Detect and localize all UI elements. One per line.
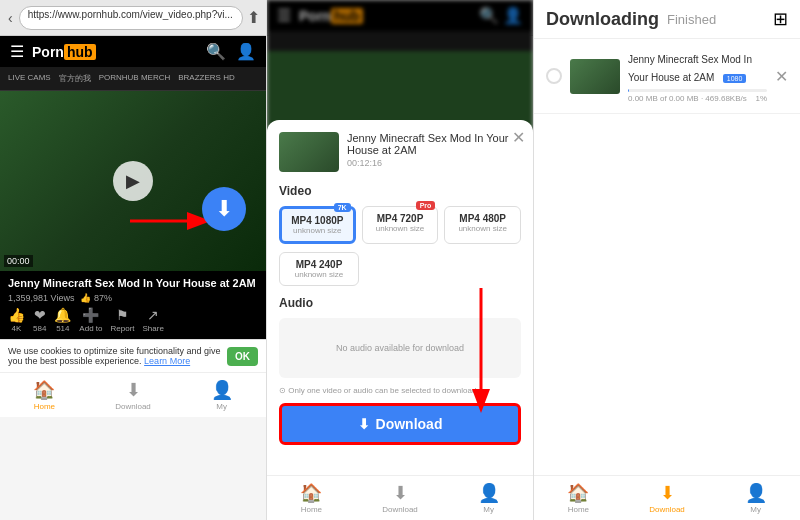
quality-1080p[interactable]: 7K MP4 1080P unknown size — [279, 206, 356, 244]
panel-right: Downloading Finished ⊞ Jenny Minecraft S… — [534, 0, 800, 520]
dl-percent: 1% — [755, 94, 767, 103]
downloading-title: Downloading — [546, 9, 659, 30]
download-button[interactable]: Download — [279, 403, 521, 445]
quality-720p[interactable]: Pro MP4 720P unknown size — [362, 206, 439, 244]
cookie-ok-button[interactable]: OK — [227, 347, 258, 366]
dl-progress-bar — [628, 89, 767, 92]
home-icon-right: 🏠 — [567, 482, 589, 504]
bottom-nav-my-mid[interactable]: 👤 My — [444, 476, 533, 520]
cookie-banner: We use cookies to optimize site function… — [0, 339, 266, 372]
hamburger-icon-left[interactable]: ☰ — [10, 42, 24, 61]
dialog-video-duration: 00:12:16 — [347, 158, 521, 168]
quality-240p-size: unknown size — [284, 270, 354, 279]
account-icon-left[interactable]: 👤 — [236, 42, 256, 61]
nav-merch[interactable]: PORNHUB MERCH — [95, 67, 175, 90]
download-icon-left: ⬇ — [126, 379, 141, 401]
download-icon-right: ⬇ — [660, 482, 675, 504]
bottom-nav-download-left[interactable]: ⬇ Download — [89, 373, 178, 417]
video-actions-left: 👍4K ❤584 🔔514 ➕Add to ⚑Report ↗Share — [8, 307, 258, 333]
quality-480p[interactable]: MP4 480P unknown size — [444, 206, 521, 244]
dl-close-button[interactable]: ✕ — [775, 67, 788, 86]
action-heart[interactable]: ❤584 — [33, 307, 46, 333]
audio-placeholder: No audio available for download — [279, 318, 521, 378]
search-icon-left[interactable]: 🔍 — [206, 42, 226, 61]
video-title-left: Jenny Minecraft Sex Mod In Your House at… — [8, 277, 258, 289]
quality-720p-size: unknown size — [367, 224, 434, 233]
dialog-video-title: Jenny Minecraft Sex Mod In Your House at… — [347, 132, 521, 156]
audio-section: No audio available for download — [279, 318, 521, 378]
right-header: Downloading Finished ⊞ — [534, 0, 800, 39]
dialog-video-info: Jenny Minecraft Sex Mod In Your House at… — [279, 132, 521, 172]
address-bar-left: ‹ https://www.pornhub.com/view_video.php… — [0, 0, 266, 36]
bottom-nav-right: 🏠 Home ⬇ Download 👤 My — [534, 475, 800, 520]
dialog-close-button[interactable]: ✕ — [512, 128, 525, 147]
ph-logo-left: Pornhub — [32, 44, 96, 60]
ph-header-icons-left: 🔍 👤 — [206, 42, 256, 61]
finished-label: Finished — [667, 12, 716, 27]
url-input-left[interactable]: https://www.pornhub.com/view_video.php?v… — [19, 6, 243, 30]
bottom-nav-my-left[interactable]: 👤 My — [177, 373, 266, 417]
quality-240p-label: MP4 240P — [284, 259, 354, 270]
quality-480p-size: unknown size — [449, 224, 516, 233]
video-info-left: Jenny Minecraft Sex Mod In Your House at… — [0, 271, 266, 339]
play-button-left[interactable]: ▶ — [113, 161, 153, 201]
bottom-nav-left: 🏠 Home ⬇ Download 👤 My — [0, 372, 266, 417]
action-report[interactable]: ⚑Report — [111, 307, 135, 333]
quality-1080p-size: unknown size — [286, 226, 349, 235]
settings-icon-right[interactable]: ⊞ — [773, 9, 788, 29]
user-icon-mid: 👤 — [478, 482, 500, 504]
dialog-box: ✕ Jenny Minecraft Sex Mod In Your House … — [267, 120, 533, 475]
panel-middle: ‹ https://www.pornhub.com/view_video.php… — [267, 0, 534, 520]
bottom-nav-download-mid[interactable]: ⬇ Download — [356, 476, 445, 520]
download-circle-button[interactable]: ⬇ — [202, 187, 246, 231]
dialog-video-thumb — [279, 132, 339, 172]
dl-quality-badge: 1080 — [723, 74, 747, 83]
dl-item-info: Jenny Minecraft Sex Mod In Your House at… — [628, 49, 767, 103]
learn-more-link[interactable]: Learn More — [144, 356, 190, 366]
cookie-text: We use cookies to optimize site function… — [8, 346, 221, 366]
video-section-label: Video — [279, 184, 521, 198]
home-icon-left: 🏠 — [33, 379, 55, 401]
video-time-left: 00:00 — [4, 255, 33, 267]
bottom-nav-my-right[interactable]: 👤 My — [711, 476, 800, 520]
bottom-nav-download-right[interactable]: ⬇ Download — [623, 476, 712, 520]
dl-thumbnail — [570, 59, 620, 94]
dl-stats: 0.00 MB of 0.00 MB · 469.68KB/s 1% — [628, 94, 767, 103]
back-button-left[interactable]: ‹ — [6, 8, 15, 28]
view-count: 1,359,981 Views — [8, 293, 74, 303]
nav-livecams[interactable]: LIVE CAMS — [4, 67, 55, 90]
disclaimer-text: ⊙ Only one video or audio can be selecte… — [279, 386, 521, 395]
right-content-empty — [534, 114, 800, 475]
download-dialog: ✕ Jenny Minecraft Sex Mod In Your House … — [267, 0, 533, 520]
download-list-item: Jenny Minecraft Sex Mod In Your House at… — [534, 39, 800, 114]
panel-left: ‹ https://www.pornhub.com/view_video.php… — [0, 0, 267, 520]
badge-7k: 7K — [334, 203, 351, 212]
share-icon-left: ⬆ — [247, 8, 260, 27]
video-stats-left: 1,359,981 Views 👍 87% — [8, 293, 258, 303]
quality-240p[interactable]: MP4 240P unknown size — [279, 252, 359, 286]
quality-grid: 7K MP4 1080P unknown size Pro MP4 720P u… — [279, 206, 521, 244]
action-like[interactable]: 👍4K — [8, 307, 25, 333]
dl-radio-button[interactable] — [546, 68, 562, 84]
download-icon-mid: ⬇ — [393, 482, 408, 504]
quality-720p-label: MP4 720P — [367, 213, 434, 224]
action-add[interactable]: ➕Add to — [79, 307, 102, 333]
bottom-nav-mid: 🏠 Home ⬇ Download 👤 My — [267, 475, 533, 520]
quality-480p-label: MP4 480P — [449, 213, 516, 224]
bottom-nav-home-right[interactable]: 🏠 Home — [534, 476, 623, 520]
bottom-nav-home-left[interactable]: 🏠 Home — [0, 373, 89, 417]
nav-brazzers[interactable]: BRAZZERS HD — [174, 67, 238, 90]
thumbs-up-pct: 👍 87% — [80, 293, 112, 303]
action-share[interactable]: ↗Share — [143, 307, 164, 333]
audio-section-label: Audio — [279, 296, 521, 310]
user-icon-left: 👤 — [211, 379, 233, 401]
ph-nav-left: LIVE CAMS 官方的我 PORNHUB MERCH BRAZZERS HD — [0, 67, 266, 91]
right-header-actions: ⊞ — [773, 8, 788, 30]
video-player-left[interactable]: ▶ 00:00 ⬇ — [0, 91, 266, 271]
download-btn-container: Download — [279, 403, 521, 445]
action-bell[interactable]: 🔔514 — [54, 307, 71, 333]
bottom-nav-home-mid[interactable]: 🏠 Home — [267, 476, 356, 520]
audio-no-download-text: No audio available for download — [336, 343, 464, 353]
user-icon-right: 👤 — [745, 482, 767, 504]
nav-official[interactable]: 官方的我 — [55, 67, 95, 90]
